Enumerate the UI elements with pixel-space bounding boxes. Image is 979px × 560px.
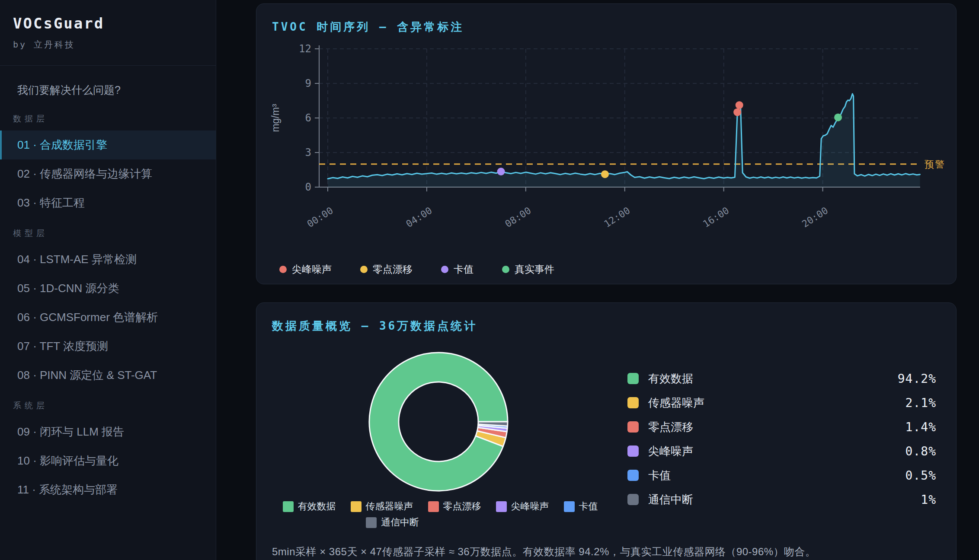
legend-item-real-event: 真实事件 [502, 263, 554, 276]
svg-text:预警: 预警 [925, 159, 945, 170]
stuck-value-pct: 0.5% [905, 468, 936, 483]
donut-legend-sensor-noise: 传感器噪声 [351, 500, 413, 513]
spike-noise-pct: 0.8% [905, 444, 936, 458]
app-byline: by 立丹科技 [0, 32, 216, 51]
stat-row-spike-noise: 尖峰噪声 0.8% [627, 442, 936, 460]
donut-legend-row1: 有效数据 传感器噪声 零点漂移 尖峰噪声 卡值 [274, 500, 607, 513]
valid-data-stat-swatch [627, 373, 639, 384]
sensor-noise-pct: 2.1% [905, 396, 936, 410]
spike-noise-stat-swatch [627, 445, 639, 457]
valid-data-swatch [283, 501, 294, 512]
sensor-noise-stat-swatch [627, 397, 639, 408]
sidebar-item-02-sensor-network[interactable]: 02 · 传感器网络与边缘计算 [0, 159, 216, 188]
timeseries-chart-svg: 03691200:0004:0008:0012:0016:0020:00mg/m… [256, 4, 957, 285]
sidebar-section-model-layer: 模型层 [0, 228, 216, 239]
donut-legend-zero-drift: 零点漂移 [428, 500, 481, 513]
spike-noise-swatch [496, 501, 507, 512]
zero-drift-swatch [428, 501, 439, 512]
comm-loss-swatch [366, 517, 377, 528]
zero-drift-dot [360, 266, 368, 273]
sidebar-item-08-pinn-stgat[interactable]: 08 · PINN 源定位 & ST-GAT [0, 361, 216, 390]
stuck-value-stat-swatch [627, 470, 639, 481]
svg-text:0: 0 [305, 181, 311, 193]
sidebar-item-01-synthetic-data-engine[interactable]: 01 · 合成数据引擎 [0, 130, 216, 159]
donut-legend-valid-data: 有效数据 [283, 500, 336, 513]
app-brand: VOCsGuard [0, 0, 216, 32]
quality-stat-list: 有效数据 94.2% 传感器噪声 2.1% 零点漂移 1.4% 尖峰噪声 0.8… [627, 370, 936, 515]
svg-text:00:00: 00:00 [305, 205, 335, 229]
svg-text:mg/m³: mg/m³ [270, 104, 281, 132]
stat-row-comm-loss: 通信中断 1% [627, 491, 936, 508]
sidebar-item-04-lstm-ae[interactable]: 04 · LSTM-AE 异常检测 [0, 245, 216, 274]
stat-row-valid-data: 有效数据 94.2% [627, 370, 936, 387]
svg-text:6: 6 [305, 112, 311, 124]
sidebar-item-09-llm-report[interactable]: 09 · 闭环与 LLM 报告 [0, 417, 216, 446]
sidebar-item-06-gcmsformer[interactable]: 06 · GCMSFormer 色谱解析 [0, 303, 216, 332]
stat-row-sensor-noise: 传感器噪声 2.1% [627, 394, 936, 411]
stuck-value-swatch [564, 501, 575, 512]
timeseries-legend: 尖峰噪声 零点漂移 卡值 真实事件 [279, 263, 554, 276]
sidebar: VOCsGuard by 立丹科技 我们要解决什么问题? 数据层 01 · 合成… [0, 0, 216, 560]
sidebar-item-11-architecture[interactable]: 11 · 系统架构与部署 [0, 475, 216, 504]
legend-item-spike-noise: 尖峰噪声 [279, 263, 332, 276]
svg-text:12:00: 12:00 [602, 205, 632, 229]
sidebar-item-03-feature-engineering[interactable]: 03 · 特征工程 [0, 188, 216, 217]
comm-loss-pct: 1% [921, 493, 936, 507]
stat-row-zero-drift: 零点漂移 1.4% [627, 418, 936, 436]
zero-drift-stat-swatch [627, 421, 639, 433]
svg-text:04:00: 04:00 [404, 205, 434, 229]
donut-legend-stuck-value: 卡值 [564, 500, 598, 513]
sidebar-section-system-layer: 系统层 [0, 400, 216, 411]
real-event-dot [502, 266, 509, 273]
sidebar-nav: 我们要解决什么问题? 数据层 01 · 合成数据引擎 02 · 传感器网络与边缘… [0, 66, 216, 504]
data-quality-caption: 5min采样 × 365天 × 47传感器子采样 ≈ 36万数据点。有效数据率 … [272, 545, 941, 559]
svg-text:16:00: 16:00 [701, 205, 731, 229]
sidebar-item-07-tft[interactable]: 07 · TFT 浓度预测 [0, 332, 216, 361]
svg-text:3: 3 [305, 146, 311, 159]
sidebar-item-intro[interactable]: 我们要解决什么问题? [0, 77, 216, 103]
valid-data-pct: 94.2% [898, 372, 936, 386]
donut-legend-row2: 通信中断 [366, 516, 419, 529]
sidebar-item-05-1d-cnn[interactable]: 05 · 1D-CNN 源分类 [0, 274, 216, 303]
legend-item-stuck-value: 卡值 [441, 263, 474, 276]
svg-text:08:00: 08:00 [503, 205, 533, 229]
donut-legend-comm-loss: 通信中断 [366, 516, 419, 529]
svg-text:20:00: 20:00 [800, 205, 830, 229]
zero-drift-pct: 1.4% [905, 420, 936, 434]
sidebar-item-10-impact-eval[interactable]: 10 · 影响评估与量化 [0, 446, 216, 475]
sensor-noise-swatch [351, 501, 362, 512]
comm-loss-stat-swatch [627, 494, 639, 505]
timeseries-card: TVOC 时间序列 — 含异常标注 03691200:0004:0008:001… [256, 3, 957, 284]
svg-text:12: 12 [299, 43, 311, 55]
donut-legend-spike-noise: 尖峰噪声 [496, 500, 549, 513]
spike-noise-dot [279, 266, 287, 273]
data-quality-card: 数据质量概览 — 36万数据点统计 有效数据 传感器噪声 零点漂移 尖峰噪声 卡… [256, 302, 957, 560]
stuck-value-dot [441, 266, 448, 273]
legend-item-zero-drift: 零点漂移 [360, 263, 413, 276]
svg-text:9: 9 [305, 77, 311, 89]
stat-row-stuck-value: 卡值 0.5% [627, 467, 936, 484]
sidebar-section-data-layer: 数据层 [0, 113, 216, 124]
